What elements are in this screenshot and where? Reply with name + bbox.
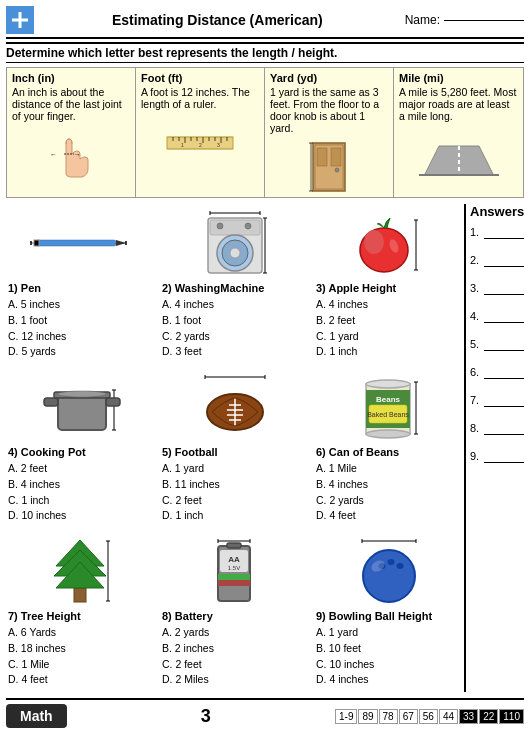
page-number: 3 [77, 706, 335, 727]
answer-1: 1. [470, 225, 524, 239]
question-6-choices: A. 1 Mile B. 4 inches C. 2 yards D. 4 fe… [316, 461, 462, 524]
question-7-choices: A. 6 Yards B. 18 inches C. 1 Mile D. 4 f… [8, 625, 154, 688]
score-44: 44 [439, 709, 458, 724]
question-9: 9) Bowling Ball Height A. 1 yard B. 10 f… [314, 532, 464, 692]
unit-inch: Inch (in) An inch is about the distance … [7, 68, 136, 197]
svg-rect-25 [331, 148, 341, 166]
svg-point-26 [335, 168, 339, 172]
unit-foot-desc: A foot is 12 inches. The length of a rul… [141, 86, 250, 110]
svg-point-47 [217, 223, 223, 229]
answer-6: 6. [470, 365, 524, 379]
question-1-image [8, 208, 154, 278]
header-icon [6, 6, 34, 34]
unit-mile-desc: A mile is 5,280 feet. Most major roads a… [399, 86, 516, 122]
svg-text:1: 1 [181, 142, 184, 148]
question-6-image: Beans Baked Beans [316, 372, 462, 442]
question-7: 7) Tree Height A. 6 Yards B. 18 inches C… [6, 532, 156, 692]
svg-text:Beans: Beans [376, 395, 401, 404]
svg-point-65 [58, 391, 106, 397]
svg-point-46 [230, 248, 240, 258]
question-3-image [316, 208, 462, 278]
answer-8: 8. [470, 421, 524, 435]
unit-mile-name: Mile (mi) [399, 72, 518, 84]
score-110: 110 [499, 709, 524, 724]
question-9-choices: A. 1 yard B. 10 feet C. 10 inches D. 4 i… [316, 625, 462, 688]
answer-7: 7. [470, 393, 524, 407]
footer-scores: 1-9 89 78 67 56 44 33 22 110 [335, 709, 524, 724]
unit-foot-image: 1 2 3 [141, 114, 259, 169]
question-8: AA 1.5V 8) Battery A. 2 yards B. 2 inche… [160, 532, 310, 692]
score-78: 78 [379, 709, 398, 724]
svg-rect-98 [218, 580, 250, 586]
score-range: 1-9 [335, 709, 357, 724]
unit-yard-name: Yard (yd) [270, 72, 388, 84]
question-9-image [316, 536, 462, 606]
svg-point-48 [245, 223, 251, 229]
footer-math-label: Math [6, 704, 67, 728]
score-56: 56 [419, 709, 438, 724]
answer-3: 3. [470, 281, 524, 295]
question-5-image [162, 372, 308, 442]
svg-text:Baked Beans: Baked Beans [367, 411, 409, 418]
score-22: 22 [479, 709, 498, 724]
question-4: 4) Cooking Pot A. 2 feet B. 4 inches C. … [6, 368, 156, 528]
unit-yard-image [270, 138, 388, 193]
answer-5: 5. [470, 337, 524, 351]
page-title: Estimating Distance (American) [40, 12, 395, 28]
svg-marker-37 [116, 240, 126, 246]
unit-mile-image [399, 126, 518, 181]
unit-inch-image: ← → [12, 126, 130, 181]
answer-2: 2. [470, 253, 524, 267]
instructions: Determine which letter best represents t… [6, 42, 524, 63]
question-3: 3) Apple Height A. 4 inches B. 2 feet C.… [314, 204, 464, 364]
question-2-image [162, 208, 308, 278]
question-1: 1) Pen A. 5 inches B. 1 foot C. 12 inche… [6, 204, 156, 364]
svg-rect-36 [36, 240, 116, 246]
question-5-label: 5) Football [162, 446, 308, 458]
svg-rect-88 [74, 588, 86, 602]
svg-rect-97 [218, 574, 250, 580]
svg-marker-32 [419, 174, 499, 176]
question-1-label: 1) Pen [8, 282, 154, 294]
score-67: 67 [399, 709, 418, 724]
answer-4: 4. [470, 309, 524, 323]
svg-text:1.5V: 1.5V [228, 565, 240, 571]
svg-rect-63 [44, 398, 58, 406]
unit-foot-name: Foot (ft) [141, 72, 259, 84]
question-3-label: 3) Apple Height [316, 282, 462, 294]
answers-title: Answers [470, 204, 524, 219]
question-6: Beans Baked Beans 6) Can of Beans A. 1 M… [314, 368, 464, 528]
question-1-choices: A. 5 inches B. 1 foot C. 12 inches D. 5 … [8, 297, 154, 360]
question-8-choices: A. 2 yards B. 2 inches C. 2 feet D. 2 Mi… [162, 625, 308, 688]
question-4-choices: A. 2 feet B. 4 inches C. 1 inch D. 10 in… [8, 461, 154, 524]
question-4-image [8, 372, 154, 442]
svg-point-79 [366, 380, 410, 388]
header: Estimating Distance (American) Name: [6, 6, 524, 39]
page: Estimating Distance (American) Name: Det… [0, 0, 530, 749]
unit-inch-desc: An inch is about the distance of the las… [12, 86, 122, 122]
unit-foot: Foot (ft) A foot is 12 inches. The lengt… [136, 68, 265, 197]
svg-text:3: 3 [217, 142, 220, 148]
svg-text:←: ← [50, 151, 57, 158]
svg-rect-38 [34, 240, 39, 246]
svg-point-108 [397, 563, 404, 569]
answer-9: 9. [470, 449, 524, 463]
svg-rect-61 [58, 394, 106, 430]
unit-mile: Mile (mi) A mile is 5,280 feet. Most maj… [394, 68, 523, 197]
question-7-label: 7) Tree Height [8, 610, 154, 622]
svg-text:→: → [74, 151, 81, 158]
svg-rect-96 [227, 543, 241, 548]
question-9-label: 9) Bowling Ball Height [316, 610, 462, 622]
question-8-label: 8) Battery [162, 610, 308, 622]
questions-grid: 1) Pen A. 5 inches B. 1 foot C. 12 inche… [6, 204, 464, 692]
question-2: 2) WashingMachine A. 4 inches B. 1 foot … [160, 204, 310, 364]
svg-point-56 [364, 230, 384, 254]
svg-point-105 [363, 550, 415, 602]
svg-text:2: 2 [199, 142, 202, 148]
score-33: 33 [459, 709, 478, 724]
score-89: 89 [358, 709, 377, 724]
unit-inch-name: Inch (in) [12, 72, 130, 84]
question-2-label: 2) WashingMachine [162, 282, 308, 294]
name-label: Name: [405, 13, 440, 27]
questions-area: 1) Pen A. 5 inches B. 1 foot C. 12 inche… [6, 204, 464, 692]
